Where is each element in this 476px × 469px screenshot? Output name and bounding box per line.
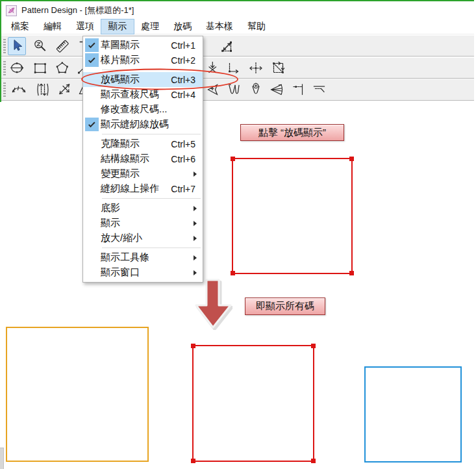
zoom-icon xyxy=(32,38,49,55)
menu-item-shadow[interactable]: 底影 xyxy=(83,201,203,216)
tool-align-arrow-button[interactable] xyxy=(225,59,243,77)
tool-pleat-button[interactable] xyxy=(34,81,52,99)
menu-item-label: 克隆顯示 xyxy=(101,138,171,150)
grading-point xyxy=(231,271,235,275)
menu-item-label: 結構線顯示 xyxy=(101,153,171,165)
tool-ruler-button[interactable] xyxy=(53,37,71,55)
tool-seam-curve-button[interactable] xyxy=(6,81,31,99)
tool-polygon-button[interactable] xyxy=(53,59,71,77)
tool-rotate-point-button[interactable] xyxy=(8,59,26,77)
point-down-icon xyxy=(205,60,221,77)
menu-item-shortcut: Ctrl+5 xyxy=(171,139,195,149)
menu-item-label: 顯示 xyxy=(101,217,194,229)
menubar-item-grading[interactable]: 放碼 xyxy=(166,19,199,34)
menu-item-label: 顯示工具條 xyxy=(101,251,194,264)
menu-item-clone-display[interactable]: 克隆顯示 Ctrl+5 xyxy=(83,136,203,151)
menu-item-label: 放碼顯示 xyxy=(101,73,171,86)
polygon-icon xyxy=(54,60,71,77)
menubar-item-display[interactable]: 顯示 xyxy=(101,19,134,34)
menubar-item-options[interactable]: 選項 xyxy=(69,19,101,34)
size-square-orange[interactable] xyxy=(6,327,149,462)
grading-point xyxy=(191,344,195,348)
menu-item-seam-line-operation[interactable]: 縫紉線上操作 Ctrl+7 xyxy=(83,181,203,196)
menu-item-sketch-display[interactable]: 草圖顯示 Ctrl+1 xyxy=(83,38,203,53)
submenu-arrow-icon xyxy=(194,206,197,211)
tool-zoom-button[interactable] xyxy=(31,37,49,55)
toolbar-grip[interactable] xyxy=(3,39,6,54)
toolbar-row-2 xyxy=(1,57,474,79)
submenu-arrow-icon xyxy=(194,221,197,226)
menu-item-grading-display[interactable]: 放碼顯示 Ctrl+3 xyxy=(83,72,203,87)
tool-rectangle-button[interactable] xyxy=(31,59,49,77)
menu-item-label: 草圖顯示 xyxy=(101,39,171,51)
menu-item-label: 顯示縫紉線放碼 xyxy=(101,118,198,131)
seam-curve-icon xyxy=(10,81,27,98)
tool-move-cross-button[interactable] xyxy=(247,59,265,77)
menu-item-piece-display[interactable]: 樣片顯示 Ctrl+2 xyxy=(83,53,203,68)
grade-box-icon xyxy=(270,60,287,77)
grading-point xyxy=(349,157,354,161)
submenu-arrow-icon xyxy=(194,255,197,260)
grading-point xyxy=(191,459,195,463)
corner-square-icon xyxy=(290,81,307,98)
tool-notch-arrows-button[interactable] xyxy=(56,81,74,99)
toolbar-grip[interactable] xyxy=(3,82,6,97)
menu-item-label: 顯示查核尺碼 xyxy=(101,88,171,101)
tool-corner-trim-button[interactable] xyxy=(310,81,329,99)
toolbar-grip[interactable] xyxy=(3,61,6,76)
menu-item-label: 放大/縮小 xyxy=(101,232,194,244)
pattern-design-window: Pattern Design - [無標題的-1*] 檔案 編輯 選項 顯示 處… xyxy=(0,0,476,469)
align-arrow-icon xyxy=(225,60,242,77)
dart-close-icon xyxy=(205,81,221,98)
menu-item-shortcut: Ctrl+2 xyxy=(171,55,195,66)
submenu-arrow-icon xyxy=(194,270,197,275)
menu-separator xyxy=(102,198,201,199)
callout-step2: 即顯示所有碼 xyxy=(245,298,325,315)
menubar-item-edit[interactable]: 編輯 xyxy=(36,19,69,34)
menu-item-label: 樣片顯示 xyxy=(101,54,171,66)
tool-dart-fan-round-button[interactable] xyxy=(247,81,265,99)
tool-select-button[interactable] xyxy=(8,37,26,55)
menu-item-label: 變更顯示 xyxy=(101,168,194,180)
background-window-edge xyxy=(0,448,4,469)
tool-grade-triangle-button[interactable] xyxy=(216,37,238,55)
menubar-item-file[interactable]: 檔案 xyxy=(4,19,36,34)
menu-item-structure-line-display[interactable]: 結構線顯示 Ctrl+6 xyxy=(83,151,203,166)
tool-grade-box-button[interactable] xyxy=(268,59,290,77)
display-menu-popup: 草圖顯示 Ctrl+1 樣片顯示 Ctrl+2 放碼顯示 Ctrl+3 顯示查核… xyxy=(82,36,203,283)
menu-item-edit-check-size[interactable]: 修改查核尺碼... xyxy=(83,102,203,117)
menu-item-show-windows[interactable]: 顯示窗口 xyxy=(83,265,203,280)
menubar-item-basic-pattern[interactable]: 基本樣 xyxy=(199,19,240,34)
tool-dart-close-button[interactable] xyxy=(204,81,222,99)
tool-dart-fan-button[interactable] xyxy=(225,81,243,99)
toolbar-row-3 xyxy=(1,79,474,101)
corner-trim-icon xyxy=(311,81,328,98)
menubar-item-help[interactable]: 幫助 xyxy=(240,19,273,34)
menu-item-display[interactable]: 顯示 xyxy=(83,216,203,231)
menubar-item-process[interactable]: 處理 xyxy=(134,19,166,34)
menu-item-zoom[interactable]: 放大/縮小 xyxy=(83,231,203,246)
grading-point xyxy=(231,157,235,161)
menu-item-shortcut: Ctrl+3 xyxy=(171,75,195,85)
menu-item-shortcut: Ctrl+7 xyxy=(171,184,195,194)
toolbar-row-1 xyxy=(1,35,474,57)
menu-item-change-display[interactable]: 變更顯示 xyxy=(83,166,203,181)
tool-point-down-button[interactable] xyxy=(204,59,222,77)
menu-item-shortcut: Ctrl+6 xyxy=(171,154,195,164)
graded-square-top[interactable] xyxy=(232,158,353,274)
grading-point xyxy=(311,344,316,348)
pleat-icon xyxy=(34,81,51,98)
tool-corner-square-button[interactable] xyxy=(290,81,308,99)
menu-item-label: 縫紉線上操作 xyxy=(101,183,171,195)
menu-item-show-seam-grading[interactable]: 顯示縫紉線放碼 xyxy=(83,117,203,132)
menu-item-show-toolbars[interactable]: 顯示工具條 xyxy=(83,250,203,265)
tool-dart-spread-button[interactable] xyxy=(268,81,286,99)
size-square-blue[interactable] xyxy=(364,366,462,463)
size-square-red[interactable] xyxy=(192,345,314,462)
callout-step1: 點擊 “放碼顯示” xyxy=(240,124,344,141)
callout-step2-text: 即顯示所有碼 xyxy=(256,300,314,312)
grading-point xyxy=(311,459,316,463)
menu-separator xyxy=(102,247,201,248)
dart-spread-icon xyxy=(268,81,285,98)
menu-item-show-check-size[interactable]: 顯示查核尺碼 Ctrl+4 xyxy=(83,87,203,102)
